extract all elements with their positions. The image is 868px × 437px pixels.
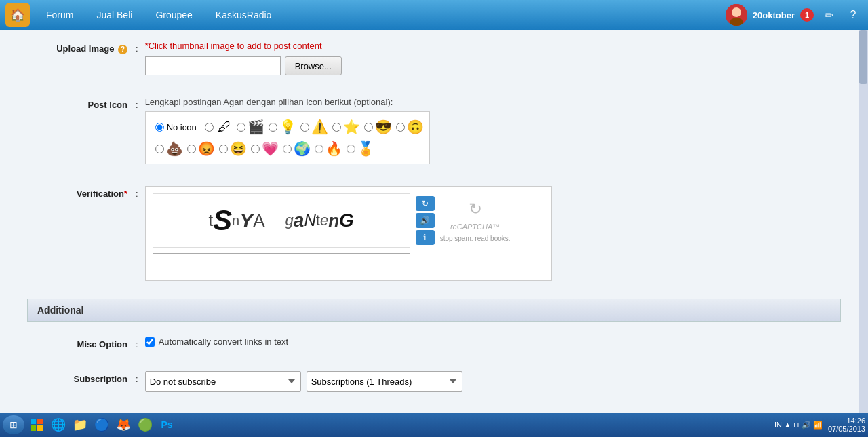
upload-text-input[interactable]: [145, 56, 281, 75]
radio-icon-8[interactable]: [155, 145, 164, 153]
icon-emoji-13: 🔥: [325, 140, 344, 157]
misc-option-label: Misc Option: [27, 337, 136, 349]
radio-no-icon[interactable]: [155, 123, 164, 132]
icon-emoji-4: ⚠️: [311, 119, 330, 135]
browse-button[interactable]: Browse...: [285, 56, 342, 75]
radio-icon-5[interactable]: [332, 123, 341, 132]
captcha-input[interactable]: [153, 253, 410, 273]
subscription-selects: Do not subscribe Subscribe to thread Sub…: [145, 371, 841, 392]
taskbar-icon-ie[interactable]: 🌐: [49, 415, 68, 423]
icon-option-4: ⚠️: [300, 119, 330, 135]
home-button[interactable]: 🏠: [5, 3, 30, 27]
post-icon-colon: :: [136, 97, 145, 110]
icon-option-9: 😡: [187, 140, 216, 157]
taskbar-icon-ps[interactable]: Ps: [157, 415, 176, 423]
nav-right: 20oktober 1 ✏ ?: [726, 4, 863, 26]
taskbar-icon1: ▲: [784, 421, 791, 423]
icon-option-11: 💗: [251, 140, 280, 157]
captcha-refresh-btn[interactable]: ↻: [416, 196, 435, 211]
scrollbar-thumb[interactable]: [859, 30, 867, 84]
icon-option-14: 🏅: [347, 140, 376, 157]
subscription-row: Subscription : Do not subscribe Subscrib…: [27, 367, 841, 396]
radio-icon-12[interactable]: [283, 145, 292, 153]
post-icon-content: Lengkapi postingan Agan dengan pilihan i…: [145, 97, 841, 164]
upload-image-label: Upload Image ?: [27, 41, 136, 54]
icon-option-5: ⭐: [332, 119, 361, 135]
icon-row-noicon: No icon 🖊 🎬 💡: [150, 116, 425, 138]
icon-emoji-8: 💩: [165, 140, 184, 157]
taskbar-time: 14:26: [828, 417, 865, 423]
captcha-image: t S n Y A g a N t e n G: [153, 193, 410, 248]
radio-icon-6[interactable]: [364, 123, 373, 132]
icon-option-7: 🙃: [396, 119, 425, 135]
radio-icon-10[interactable]: [219, 145, 228, 153]
misc-checkbox-text: Automatically convert links in text: [159, 337, 288, 347]
taskbar-start-button[interactable]: ⊞: [3, 415, 24, 423]
icon-emoji-3: 💡: [279, 119, 298, 135]
post-icon-label: Post Icon: [27, 97, 136, 110]
taskbar-icon-player[interactable]: 🔵: [92, 415, 111, 423]
icon-emoji-11: 💗: [261, 140, 280, 157]
captcha-controls: ↻ 🔊 ℹ: [416, 196, 435, 245]
misc-checkbox[interactable]: [145, 337, 155, 347]
taskbar-lang-icon: IN: [774, 421, 782, 423]
captcha-info-btn[interactable]: ℹ: [416, 230, 435, 245]
subscription-label: Subscription: [27, 371, 136, 384]
nav-jualbeli[interactable]: Jual Beli: [85, 5, 143, 24]
recaptcha-hint: stop spam. read books.: [440, 235, 511, 242]
verification-colon: :: [136, 186, 145, 199]
radio-icon-7[interactable]: [396, 123, 405, 132]
svg-point-1: [732, 7, 741, 17]
help-icon[interactable]: ?: [844, 5, 863, 24]
radio-icon-2[interactable]: [237, 123, 245, 132]
nav-forum[interactable]: Forum: [35, 5, 84, 24]
icon-emoji-5: ⭐: [342, 119, 361, 135]
radio-icon-13[interactable]: [315, 145, 323, 153]
no-icon-option: No icon: [150, 119, 202, 135]
icon-row-2: 💩 😡 😆 💗: [150, 138, 425, 159]
misc-checkbox-label[interactable]: Automatically convert links in text: [145, 337, 841, 347]
verification-label: Verification*: [27, 186, 136, 199]
taskbar-icon-windows[interactable]: [27, 415, 46, 423]
subscription-threads-select[interactable]: Subscriptions (1 Threads) Subscriptions …: [307, 371, 462, 392]
taskbar-icon-folder[interactable]: 📁: [71, 415, 90, 423]
nav-groupee[interactable]: Groupee: [144, 5, 203, 24]
radio-icon-3[interactable]: [269, 123, 277, 132]
scrollbar-track[interactable]: [859, 30, 868, 413]
icon-option-3: 💡: [269, 119, 298, 135]
subscription-select[interactable]: Do not subscribe Subscribe to thread Sub…: [145, 371, 301, 392]
captcha-audio-btn[interactable]: 🔊: [416, 213, 435, 228]
taskbar: ⊞ 🌐 📁 🔵 🦊 🟢 Ps IN ▲ ⊔ 🔊 📶 14:26 07/05/20…: [0, 413, 868, 423]
icon-emoji-9: 😡: [197, 140, 216, 157]
svg-rect-3: [31, 419, 36, 423]
icon-option-2: 🎬: [237, 119, 266, 135]
upload-help-icon[interactable]: ?: [118, 45, 127, 54]
radio-icon-4[interactable]: [300, 123, 309, 132]
captcha-input-row: [153, 253, 545, 273]
misc-option-content: Automatically convert links in text: [145, 337, 841, 347]
captcha-top: t S n Y A g a N t e n G ↻: [153, 193, 545, 248]
avatar: [726, 4, 747, 26]
taskbar-clock: 14:26 07/05/2013: [828, 417, 865, 423]
nav-kaskusradio[interactable]: KaskusRadio: [205, 5, 283, 24]
taskbar-right: IN ▲ ⊔ 🔊 📶 14:26 07/05/2013: [774, 417, 865, 423]
no-icon-label: No icon: [167, 122, 197, 132]
subscription-content: Do not subscribe Subscribe to thread Sub…: [145, 371, 841, 392]
notification-badge[interactable]: 1: [800, 8, 814, 22]
radio-icon-14[interactable]: [347, 145, 355, 153]
icon-emoji-1: 🖊: [215, 119, 234, 135]
edit-icon[interactable]: ✏: [819, 5, 838, 24]
icon-option-1: 🖊: [205, 119, 234, 135]
top-nav: 🏠 Forum Jual Beli Groupee KaskusRadio 20…: [0, 0, 868, 30]
radio-icon-9[interactable]: [187, 145, 196, 153]
icon-option-12: 🌍: [283, 140, 312, 157]
taskbar-icon-firefox[interactable]: 🦊: [114, 415, 133, 423]
main-content: Upload Image ? : *Click thumbnail image …: [0, 30, 868, 423]
taskbar-sys-icons: IN ▲ ⊔ 🔊 📶: [774, 421, 823, 424]
icon-emoji-14: 🏅: [357, 140, 376, 157]
radio-icon-1[interactable]: [205, 123, 214, 132]
taskbar-icon-green[interactable]: 🟢: [136, 415, 155, 423]
icon-emoji-7: 🙃: [406, 119, 425, 135]
radio-icon-11[interactable]: [251, 145, 260, 153]
icon-emoji-6: 😎: [374, 119, 393, 135]
